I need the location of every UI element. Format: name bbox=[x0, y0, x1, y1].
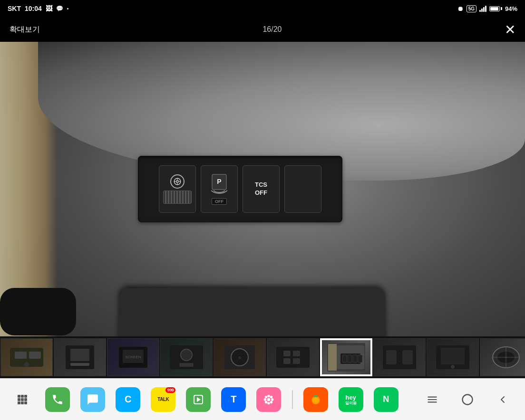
thumbnail-1[interactable] bbox=[0, 338, 53, 376]
blossom-button[interactable] bbox=[256, 387, 281, 412]
status-left: SKT 10:04 🖼 💬 • bbox=[8, 5, 68, 12]
svg-rect-9 bbox=[15, 352, 27, 359]
thumbnail-7-active[interactable] bbox=[320, 338, 372, 376]
thumbnail-4[interactable] bbox=[160, 338, 213, 376]
thumbnail-6[interactable] bbox=[267, 338, 319, 376]
parking-sensor-button[interactable]: P OFF bbox=[201, 165, 238, 213]
square-button[interactable] bbox=[186, 387, 211, 412]
svg-point-1 bbox=[176, 181, 179, 183]
signal-5g: 5G bbox=[467, 5, 476, 12]
thumbnail-2[interactable] bbox=[54, 338, 106, 376]
time-label: 10:04 bbox=[25, 5, 42, 12]
thumbnail-10[interactable] bbox=[480, 338, 525, 376]
svg-rect-51 bbox=[21, 398, 24, 401]
messages-button[interactable] bbox=[80, 387, 105, 412]
svg-rect-34 bbox=[348, 355, 352, 363]
svg-point-11 bbox=[24, 362, 29, 367]
svg-rect-25 bbox=[283, 351, 291, 356]
svg-point-19 bbox=[181, 349, 192, 361]
thumbnail-9[interactable] bbox=[427, 338, 479, 376]
svg-point-63 bbox=[265, 395, 267, 398]
main-image: P OFF TCS OFF bbox=[0, 42, 525, 350]
svg-rect-30 bbox=[328, 344, 337, 371]
svg-rect-13 bbox=[70, 349, 89, 361]
svg-rect-54 bbox=[21, 401, 24, 404]
svg-rect-49 bbox=[24, 395, 27, 398]
svg-rect-41 bbox=[441, 348, 465, 364]
left-pipe bbox=[0, 288, 76, 335]
svg-rect-52 bbox=[24, 398, 27, 401]
svg-point-65 bbox=[270, 395, 272, 398]
svg-rect-70 bbox=[428, 396, 437, 397]
thumbnail-8[interactable] bbox=[373, 338, 426, 376]
carrier-label: SKT bbox=[8, 5, 21, 12]
signal-bars bbox=[479, 6, 486, 12]
mirror-icon bbox=[170, 174, 185, 189]
nav-back-button[interactable] bbox=[490, 387, 515, 412]
svg-text:SCREEN: SCREEN bbox=[125, 355, 141, 359]
mirror-adjust-button[interactable] bbox=[159, 165, 196, 213]
svg-rect-38 bbox=[386, 350, 397, 364]
svg-rect-71 bbox=[428, 399, 437, 400]
tcs-off-button[interactable]: TCS OFF bbox=[243, 165, 280, 213]
svg-point-66 bbox=[265, 401, 267, 403]
back-label[interactable]: 확대보기 bbox=[10, 25, 40, 35]
button-panel: P OFF TCS OFF bbox=[138, 156, 342, 222]
orange-button[interactable] bbox=[303, 387, 328, 412]
svg-rect-72 bbox=[428, 401, 437, 402]
toss-button[interactable]: T bbox=[221, 387, 246, 412]
header: 확대보기 16/20 ✕ bbox=[0, 17, 525, 42]
parking-off-label: OFF bbox=[212, 198, 227, 205]
svg-rect-35 bbox=[353, 355, 357, 363]
hey-label: hey bbox=[345, 394, 356, 401]
screen-record-icon: ⏺ bbox=[457, 5, 464, 12]
thumbnail-3[interactable]: SCREEN bbox=[107, 338, 159, 376]
apps-grid-button[interactable] bbox=[10, 387, 35, 412]
blank-button[interactable] bbox=[284, 165, 321, 213]
svg-point-59 bbox=[268, 394, 270, 397]
bottom-dock: C 999 TALK T hey 일이용 N bbox=[0, 378, 525, 420]
svg-rect-33 bbox=[342, 355, 347, 363]
battery-icon bbox=[489, 6, 502, 11]
svg-point-60 bbox=[268, 401, 270, 404]
hey-button[interactable]: hey 일이용 bbox=[339, 387, 363, 412]
notification-dot: • bbox=[67, 6, 69, 11]
svg-rect-10 bbox=[29, 352, 41, 359]
naver-button[interactable]: N bbox=[374, 387, 399, 412]
svg-point-42 bbox=[451, 365, 455, 369]
svg-rect-48 bbox=[21, 395, 24, 398]
cyworld-button[interactable]: C bbox=[116, 387, 140, 412]
status-bar: SKT 10:04 🖼 💬 • ⏺ 5G 94% bbox=[0, 0, 525, 17]
svg-rect-39 bbox=[402, 350, 413, 364]
svg-text:○: ○ bbox=[238, 355, 241, 360]
car-interior-photo: P OFF TCS OFF bbox=[0, 42, 525, 350]
svg-rect-47 bbox=[18, 395, 20, 398]
divider bbox=[292, 390, 293, 409]
svg-rect-55 bbox=[24, 401, 27, 404]
svg-rect-26 bbox=[293, 351, 300, 356]
talk-icon: 💬 bbox=[56, 5, 63, 12]
svg-rect-27 bbox=[283, 358, 291, 364]
battery-label: 94% bbox=[505, 5, 517, 12]
status-right: ⏺ 5G 94% bbox=[457, 5, 517, 12]
svg-rect-24 bbox=[276, 347, 310, 368]
svg-rect-14 bbox=[70, 363, 89, 366]
image-counter: 16/20 bbox=[262, 25, 282, 34]
svg-text:P: P bbox=[217, 178, 221, 185]
thumbnail-5[interactable]: ○ bbox=[214, 338, 266, 376]
kakaotalk-button[interactable]: 999 TALK bbox=[151, 387, 175, 412]
mirror-ridged-control bbox=[163, 191, 192, 204]
close-button[interactable]: ✕ bbox=[505, 22, 515, 38]
hey-sublabel: 일이용 bbox=[345, 401, 357, 405]
parking-icon: P bbox=[210, 173, 229, 196]
svg-rect-28 bbox=[293, 358, 300, 364]
svg-point-62 bbox=[271, 398, 273, 401]
phone-button[interactable] bbox=[45, 387, 70, 412]
thumbnail-strip: SCREEN ○ bbox=[0, 336, 525, 378]
nav-menu-button[interactable] bbox=[420, 387, 445, 412]
svg-point-64 bbox=[270, 401, 272, 403]
svg-point-69 bbox=[312, 397, 319, 403]
svg-rect-53 bbox=[18, 401, 20, 404]
svg-point-58 bbox=[267, 398, 271, 401]
nav-home-button[interactable] bbox=[455, 387, 480, 412]
